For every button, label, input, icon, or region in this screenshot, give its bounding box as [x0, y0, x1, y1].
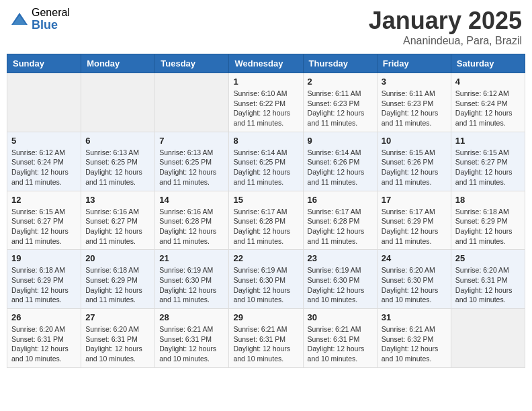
calendar-cell: 21Sunrise: 6:19 AM Sunset: 6:30 PM Dayli…: [155, 250, 229, 309]
calendar-cell: 27Sunrise: 6:20 AM Sunset: 6:31 PM Dayli…: [81, 309, 155, 368]
calendar-cell: 28Sunrise: 6:21 AM Sunset: 6:31 PM Dayli…: [155, 309, 229, 368]
calendar-cell: 6Sunrise: 6:13 AM Sunset: 6:25 PM Daylig…: [81, 132, 155, 191]
day-number: 14: [159, 195, 224, 205]
title-block: January 2025 Ananindeua, Para, Brazil: [369, 7, 522, 47]
calendar-cell: 19Sunrise: 6:18 AM Sunset: 6:29 PM Dayli…: [7, 250, 81, 309]
day-number: 24: [382, 253, 447, 263]
day-number: 2: [308, 77, 373, 87]
calendar-cell: 22Sunrise: 6:19 AM Sunset: 6:30 PM Dayli…: [229, 250, 303, 309]
day-info: Sunrise: 6:19 AM Sunset: 6:30 PM Dayligh…: [233, 265, 298, 305]
calendar-cell: 24Sunrise: 6:20 AM Sunset: 6:30 PM Dayli…: [377, 250, 451, 309]
calendar-title: January 2025: [369, 7, 522, 35]
calendar-cell: 3Sunrise: 6:11 AM Sunset: 6:23 PM Daylig…: [377, 73, 451, 132]
day-info: Sunrise: 6:19 AM Sunset: 6:30 PM Dayligh…: [159, 265, 224, 305]
calendar-cell: 2Sunrise: 6:11 AM Sunset: 6:23 PM Daylig…: [303, 73, 377, 132]
calendar-cell: 7Sunrise: 6:13 AM Sunset: 6:25 PM Daylig…: [155, 132, 229, 191]
weekday-header: Sunday: [7, 54, 81, 73]
calendar-cell: 17Sunrise: 6:17 AM Sunset: 6:29 PM Dayli…: [377, 191, 451, 250]
calendar-cell: 20Sunrise: 6:18 AM Sunset: 6:29 PM Dayli…: [81, 250, 155, 309]
calendar-week-row: 26Sunrise: 6:20 AM Sunset: 6:31 PM Dayli…: [7, 309, 525, 368]
calendar-cell: 23Sunrise: 6:19 AM Sunset: 6:30 PM Dayli…: [303, 250, 377, 309]
day-info: Sunrise: 6:21 AM Sunset: 6:31 PM Dayligh…: [159, 324, 224, 364]
calendar-week-row: 19Sunrise: 6:18 AM Sunset: 6:29 PM Dayli…: [7, 250, 525, 309]
day-info: Sunrise: 6:14 AM Sunset: 6:25 PM Dayligh…: [233, 148, 298, 187]
weekday-header: Friday: [377, 54, 451, 73]
day-number: 31: [382, 312, 447, 322]
logo: General Blue: [10, 7, 70, 32]
calendar-week-row: 1Sunrise: 6:10 AM Sunset: 6:22 PM Daylig…: [7, 73, 525, 132]
day-number: 20: [85, 253, 150, 263]
day-number: 29: [233, 312, 298, 322]
calendar-cell: 30Sunrise: 6:21 AM Sunset: 6:31 PM Dayli…: [303, 309, 377, 368]
calendar-cell: 1Sunrise: 6:10 AM Sunset: 6:22 PM Daylig…: [229, 73, 303, 132]
weekday-header: Monday: [81, 54, 155, 73]
calendar-cell: 18Sunrise: 6:18 AM Sunset: 6:29 PM Dayli…: [451, 191, 525, 250]
day-number: 7: [159, 136, 224, 146]
calendar-cell: 26Sunrise: 6:20 AM Sunset: 6:31 PM Dayli…: [7, 309, 81, 368]
day-number: 22: [233, 253, 298, 263]
day-number: 23: [308, 253, 373, 263]
day-info: Sunrise: 6:14 AM Sunset: 6:26 PM Dayligh…: [308, 148, 373, 187]
day-number: 11: [455, 136, 521, 146]
day-info: Sunrise: 6:12 AM Sunset: 6:24 PM Dayligh…: [11, 148, 77, 187]
calendar-cell: 11Sunrise: 6:15 AM Sunset: 6:27 PM Dayli…: [451, 132, 525, 191]
day-info: Sunrise: 6:20 AM Sunset: 6:31 PM Dayligh…: [455, 265, 521, 305]
calendar-cell: 15Sunrise: 6:17 AM Sunset: 6:28 PM Dayli…: [229, 191, 303, 250]
calendar-cell: 5Sunrise: 6:12 AM Sunset: 6:24 PM Daylig…: [7, 132, 81, 191]
calendar-table: SundayMondayTuesdayWednesdayThursdayFrid…: [7, 54, 525, 368]
day-number: 21: [159, 253, 224, 263]
day-info: Sunrise: 6:20 AM Sunset: 6:31 PM Dayligh…: [85, 324, 150, 364]
day-number: 16: [308, 195, 373, 205]
day-number: 19: [11, 253, 77, 263]
day-info: Sunrise: 6:13 AM Sunset: 6:25 PM Dayligh…: [159, 148, 224, 187]
page-header: General Blue January 2025 Ananindeua, Pa…: [7, 7, 525, 47]
calendar-cell: [155, 73, 229, 132]
calendar-cell: 16Sunrise: 6:17 AM Sunset: 6:28 PM Dayli…: [303, 191, 377, 250]
calendar-week-row: 12Sunrise: 6:15 AM Sunset: 6:27 PM Dayli…: [7, 191, 525, 250]
day-info: Sunrise: 6:10 AM Sunset: 6:22 PM Dayligh…: [233, 89, 298, 128]
weekday-header: Wednesday: [229, 54, 303, 73]
day-number: 3: [382, 77, 447, 87]
day-number: 8: [233, 136, 298, 146]
day-number: 12: [11, 195, 77, 205]
calendar-cell: 8Sunrise: 6:14 AM Sunset: 6:25 PM Daylig…: [229, 132, 303, 191]
calendar-cell: 9Sunrise: 6:14 AM Sunset: 6:26 PM Daylig…: [303, 132, 377, 191]
day-number: 17: [382, 195, 447, 205]
day-info: Sunrise: 6:21 AM Sunset: 6:31 PM Dayligh…: [233, 324, 298, 364]
calendar-cell: 10Sunrise: 6:15 AM Sunset: 6:26 PM Dayli…: [377, 132, 451, 191]
calendar-cell: 13Sunrise: 6:16 AM Sunset: 6:27 PM Dayli…: [81, 191, 155, 250]
day-number: 1: [233, 77, 298, 87]
day-info: Sunrise: 6:16 AM Sunset: 6:28 PM Dayligh…: [159, 207, 224, 246]
calendar-cell: 4Sunrise: 6:12 AM Sunset: 6:24 PM Daylig…: [451, 73, 525, 132]
day-info: Sunrise: 6:11 AM Sunset: 6:23 PM Dayligh…: [382, 89, 447, 128]
calendar-subtitle: Ananindeua, Para, Brazil: [369, 35, 522, 47]
day-info: Sunrise: 6:12 AM Sunset: 6:24 PM Dayligh…: [455, 89, 521, 128]
calendar-cell: 31Sunrise: 6:21 AM Sunset: 6:32 PM Dayli…: [377, 309, 451, 368]
day-info: Sunrise: 6:20 AM Sunset: 6:30 PM Dayligh…: [382, 265, 447, 305]
calendar-cell: 14Sunrise: 6:16 AM Sunset: 6:28 PM Dayli…: [155, 191, 229, 250]
day-info: Sunrise: 6:18 AM Sunset: 6:29 PM Dayligh…: [85, 265, 150, 305]
day-info: Sunrise: 6:15 AM Sunset: 6:27 PM Dayligh…: [455, 148, 521, 187]
logo-text: General Blue: [32, 7, 70, 32]
day-number: 25: [455, 253, 521, 263]
calendar-cell: 25Sunrise: 6:20 AM Sunset: 6:31 PM Dayli…: [451, 250, 525, 309]
calendar-cell: 29Sunrise: 6:21 AM Sunset: 6:31 PM Dayli…: [229, 309, 303, 368]
calendar-cell: [7, 73, 81, 132]
weekday-header: Tuesday: [155, 54, 229, 73]
day-info: Sunrise: 6:11 AM Sunset: 6:23 PM Dayligh…: [308, 89, 373, 128]
day-info: Sunrise: 6:13 AM Sunset: 6:25 PM Dayligh…: [85, 148, 150, 187]
logo-general: General: [32, 7, 70, 19]
day-info: Sunrise: 6:20 AM Sunset: 6:31 PM Dayligh…: [11, 324, 77, 364]
day-number: 4: [455, 77, 521, 87]
day-info: Sunrise: 6:16 AM Sunset: 6:27 PM Dayligh…: [85, 207, 150, 246]
calendar-header-row: SundayMondayTuesdayWednesdayThursdayFrid…: [7, 54, 525, 73]
day-info: Sunrise: 6:15 AM Sunset: 6:26 PM Dayligh…: [382, 148, 447, 187]
day-number: 15: [233, 195, 298, 205]
day-number: 28: [159, 312, 224, 322]
day-number: 26: [11, 312, 77, 322]
day-info: Sunrise: 6:17 AM Sunset: 6:28 PM Dayligh…: [233, 207, 298, 246]
day-info: Sunrise: 6:17 AM Sunset: 6:28 PM Dayligh…: [308, 207, 373, 246]
day-number: 30: [308, 312, 373, 322]
day-info: Sunrise: 6:18 AM Sunset: 6:29 PM Dayligh…: [11, 265, 77, 305]
logo-icon: [10, 11, 29, 28]
